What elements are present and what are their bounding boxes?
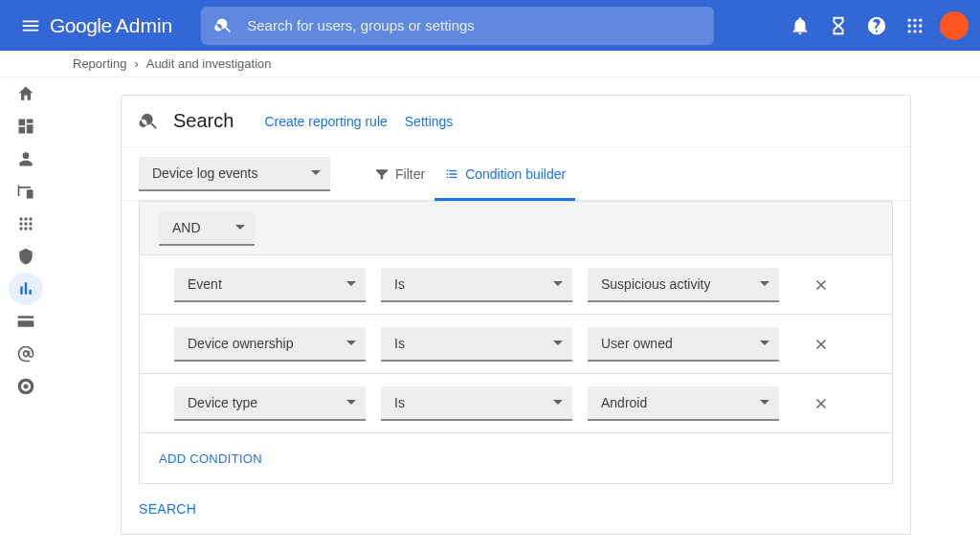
chevron-down-icon xyxy=(346,400,356,405)
notifications-button[interactable] xyxy=(781,7,819,45)
home-icon xyxy=(16,84,35,103)
page-title: Search xyxy=(173,110,234,132)
nav-dashboard[interactable] xyxy=(9,110,43,143)
close-icon xyxy=(813,336,830,353)
nav-billing[interactable] xyxy=(9,305,43,338)
tab-filter[interactable]: Filter xyxy=(365,147,434,200)
breadcrumb-item[interactable]: Audit and investigation xyxy=(146,56,272,71)
logo-admin-text: Admin xyxy=(116,14,173,37)
svg-point-5 xyxy=(919,24,922,27)
dashboard-icon xyxy=(16,117,35,136)
condition-operator-select[interactable]: Is xyxy=(381,268,572,302)
lifebuoy-icon xyxy=(16,377,35,396)
devices-icon xyxy=(16,182,35,201)
condition-value-select[interactable]: User owned xyxy=(588,327,779,362)
at-icon xyxy=(16,344,35,363)
apps-icon xyxy=(16,214,35,233)
nav-reporting[interactable] xyxy=(9,273,43,305)
svg-point-8 xyxy=(919,30,922,33)
chevron-down-icon xyxy=(311,170,321,175)
logo-google-text: Google xyxy=(50,14,112,37)
join-operator-select[interactable]: AND xyxy=(159,211,255,246)
app-header: Google Admin xyxy=(0,0,980,51)
breadcrumb-item[interactable]: Reporting xyxy=(73,56,126,71)
tab-condition-builder[interactable]: Condition builder xyxy=(434,147,575,200)
chevron-down-icon xyxy=(553,341,563,345)
svg-point-2 xyxy=(919,18,922,21)
main-content: Search Create reporting rule Settings De… xyxy=(52,77,980,550)
nav-directory[interactable] xyxy=(9,143,43,175)
global-search[interactable] xyxy=(201,7,714,45)
nav-account[interactable] xyxy=(9,338,43,370)
condition-value-value: Android xyxy=(601,395,647,410)
remove-condition-button[interactable] xyxy=(804,386,838,421)
svg-point-13 xyxy=(24,222,27,225)
nav-apps[interactable] xyxy=(9,208,43,240)
join-operator-value: AND xyxy=(172,220,201,235)
apps-grid-icon xyxy=(905,16,924,35)
settings-link[interactable]: Settings xyxy=(405,114,454,129)
add-condition-button[interactable]: ADD CONDITION xyxy=(140,433,892,483)
nav-devices[interactable] xyxy=(9,175,43,208)
remove-condition-button[interactable] xyxy=(804,327,838,362)
credit-card-icon xyxy=(16,312,35,331)
search-button[interactable]: SEARCH xyxy=(139,501,196,517)
shield-icon xyxy=(16,247,35,266)
builder-tabs: Filter Condition builder xyxy=(365,147,575,200)
condition-value-select[interactable]: Suspicious activity xyxy=(588,268,779,302)
svg-point-11 xyxy=(29,217,32,220)
account-avatar[interactable] xyxy=(940,11,969,40)
chevron-down-icon xyxy=(235,225,245,230)
nav-security[interactable] xyxy=(9,240,43,273)
condition-operator-value: Is xyxy=(394,395,405,410)
breadcrumb: Reporting › Audit and investigation xyxy=(0,51,980,77)
chevron-down-icon xyxy=(346,341,356,345)
condition-field-select[interactable]: Device ownership xyxy=(174,327,366,362)
nav-support[interactable] xyxy=(9,370,43,403)
nav-home[interactable] xyxy=(9,77,43,110)
condition-field-value: Device ownership xyxy=(188,336,294,351)
condition-group: AND Event Is Suspicious activity Device … xyxy=(139,201,893,484)
card-header: Search Create reporting rule Settings xyxy=(122,96,910,147)
condition-row: Event Is Suspicious activity xyxy=(140,255,892,315)
condition-value-select[interactable]: Android xyxy=(588,386,779,421)
svg-point-7 xyxy=(913,30,916,33)
data-source-select[interactable]: Device log events xyxy=(139,157,330,191)
condition-row: Device type Is Android xyxy=(140,374,892,433)
svg-point-16 xyxy=(24,227,27,230)
tasks-button[interactable] xyxy=(819,7,858,45)
condition-operator-value: Is xyxy=(394,336,405,351)
remove-condition-button[interactable] xyxy=(804,268,838,302)
condition-field-value: Event xyxy=(188,276,222,292)
condition-value-value: User owned xyxy=(601,336,673,351)
chevron-down-icon xyxy=(346,281,356,286)
condition-operator-select[interactable]: Is xyxy=(381,327,572,362)
condition-field-select[interactable]: Device type xyxy=(174,386,366,421)
svg-point-17 xyxy=(29,227,32,230)
svg-point-14 xyxy=(29,222,32,225)
chevron-down-icon xyxy=(760,281,769,286)
condition-field-select[interactable]: Event xyxy=(174,268,366,302)
search-icon xyxy=(214,16,234,35)
tab-condition-builder-label: Condition builder xyxy=(465,166,566,182)
close-icon xyxy=(813,276,830,294)
condition-operator-select[interactable]: Is xyxy=(381,386,572,421)
hamburger-icon xyxy=(20,15,41,36)
app-launcher-button[interactable] xyxy=(896,7,934,45)
global-search-input[interactable] xyxy=(247,17,701,33)
analytics-icon xyxy=(16,279,35,298)
create-reporting-rule-link[interactable]: Create reporting rule xyxy=(264,114,387,129)
tab-filter-label: Filter xyxy=(395,166,425,182)
filter-icon xyxy=(374,166,390,182)
person-icon xyxy=(16,149,35,168)
query-toolbar: Device log events Filter Condition build… xyxy=(122,147,910,201)
svg-point-3 xyxy=(908,24,911,27)
svg-point-9 xyxy=(19,217,22,220)
search-icon xyxy=(139,111,160,132)
condition-join-row: AND xyxy=(140,202,892,255)
help-button[interactable] xyxy=(858,7,896,45)
chevron-right-icon: › xyxy=(134,56,138,71)
svg-point-6 xyxy=(908,30,911,33)
main-menu-button[interactable] xyxy=(11,7,50,45)
svg-point-10 xyxy=(24,217,27,220)
